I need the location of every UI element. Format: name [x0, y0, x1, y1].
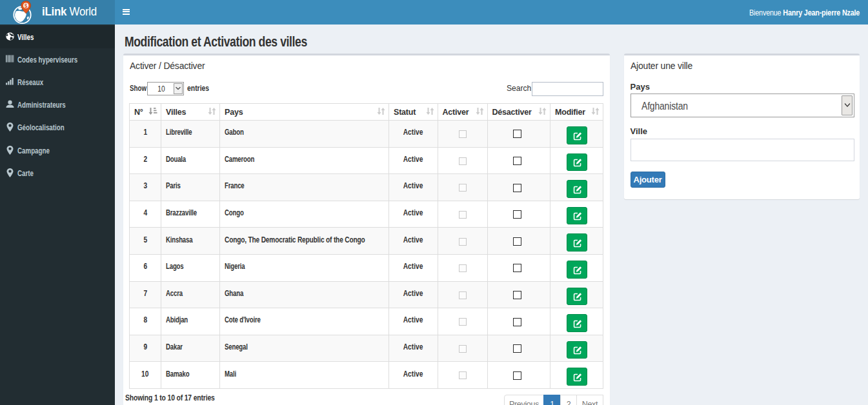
- svg-text:$: $: [25, 3, 28, 9]
